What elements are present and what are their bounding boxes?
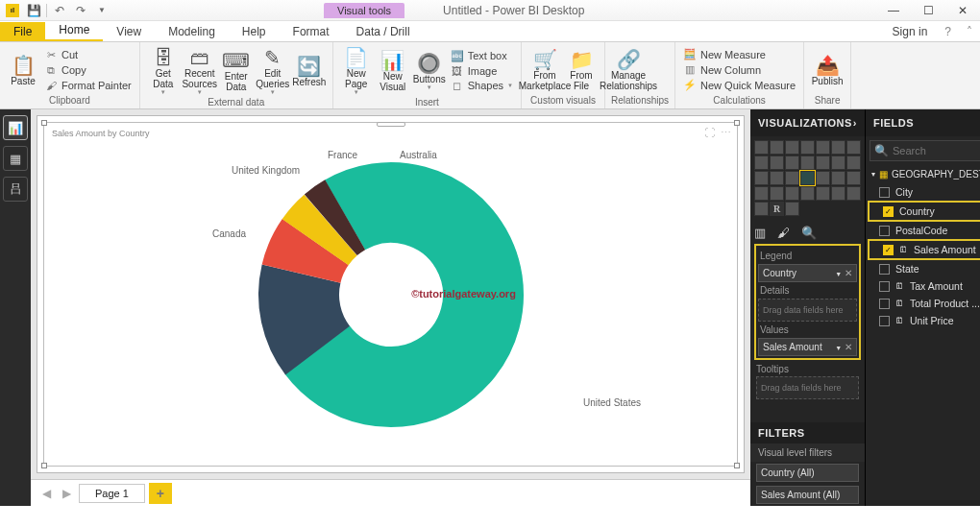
new-quick-measure-button[interactable]: ⚡New Quick Measure	[681, 78, 797, 92]
chevron-right-icon[interactable]: ›	[853, 117, 857, 129]
ribbon-group-relationships: 🔗ManageRelationships Relationships	[605, 42, 675, 108]
slice-label-ca: Canada	[212, 228, 246, 239]
minimize-button[interactable]: —	[876, 0, 911, 21]
shapes-button[interactable]: ◻Shapes▼	[449, 79, 515, 93]
ribbon: 📋Paste ✂Cut ⧉Copy 🖌Format Painter Clipbo…	[0, 42, 980, 109]
data-view-button[interactable]: ▦	[3, 146, 28, 171]
donut-chart-visual[interactable]: Sales Amount by Country ⛶ ⋯	[43, 122, 738, 467]
fields-header[interactable]: FIELDS›	[866, 109, 980, 136]
r-visual-gallery-icon[interactable]: R	[770, 202, 784, 216]
help-tab[interactable]: Help	[229, 22, 280, 41]
field-city[interactable]: City	[866, 183, 980, 201]
tooltips-well-label: Tooltips	[756, 364, 859, 374]
slice-label-au: Australia	[400, 150, 437, 160]
fields-tab-icon[interactable]: ▥	[754, 226, 766, 240]
canvas-wrap: Sales Amount by Country ⛶ ⋯	[31, 109, 750, 506]
report-canvas[interactable]: Sales Amount by Country ⛶ ⋯	[37, 115, 745, 473]
redo-icon[interactable]: ↷	[70, 1, 91, 20]
page-next-icon[interactable]: ▶	[59, 487, 75, 500]
visualizations-pane: VISUALIZATIONS› R ▥ 🖌 🔍 Legend Country▼ …	[750, 109, 866, 506]
filter-country[interactable]: Country (All)	[756, 464, 859, 482]
format-tab-icon[interactable]: 🖌	[777, 226, 790, 240]
search-icon: 🔍	[874, 144, 889, 157]
collapse-ribbon-icon[interactable]: ˄	[959, 22, 980, 41]
ribbon-tabs: File Home View Modeling Help Format Data…	[0, 21, 980, 42]
visualizations-header[interactable]: VISUALIZATIONS›	[750, 109, 865, 136]
field-unit-price[interactable]: 🗓Unit Price	[866, 312, 980, 329]
ribbon-group-label: Custom visuals	[527, 95, 599, 107]
new-measure-button[interactable]: 🧮New Measure	[681, 47, 797, 61]
copy-button[interactable]: ⧉Copy	[42, 63, 134, 78]
view-tab[interactable]: View	[103, 22, 155, 41]
field-country[interactable]: ✓Country	[868, 201, 980, 222]
legend-well-label: Legend	[758, 248, 857, 264]
remove-field-icon[interactable]: ✕	[845, 342, 852, 352]
help-icon[interactable]: ?	[937, 22, 959, 41]
edit-queries-button[interactable]: ✎EditQueries▼	[256, 44, 290, 97]
page-tab-1[interactable]: Page 1	[79, 484, 145, 503]
publish-button[interactable]: 📤Publish	[810, 52, 845, 88]
qat-dropdown-icon[interactable]: ▼	[91, 1, 112, 20]
view-strip: 📊 ▦ 吕	[0, 109, 31, 506]
tooltips-well-dropzone[interactable]: Drag data fields here	[756, 376, 859, 399]
fields-pane: FIELDS› 🔍 ▾ ▦ GEOGRAPHY_DESTI... City ✓C…	[866, 109, 980, 506]
format-tab[interactable]: Format	[280, 22, 343, 41]
filters-header[interactable]: FILTERS	[750, 422, 865, 443]
buttons-button[interactable]: 🔘Buttons▼	[412, 50, 447, 92]
new-page-button[interactable]: 📄NewPage▼	[339, 44, 374, 97]
cut-button[interactable]: ✂Cut	[42, 48, 134, 62]
field-state[interactable]: State	[866, 260, 980, 277]
work-area: 📊 ▦ 吕 Sales Amount by Country ⛶ ⋯	[0, 109, 980, 506]
visualization-gallery[interactable]: R	[750, 136, 865, 220]
filter-sales-amount[interactable]: Sales Amount (All)	[756, 486, 859, 504]
slice-label-uk: United Kingdom	[232, 165, 300, 176]
ribbon-group-insert: 📄NewPage▼ 📊NewVisual 🔘Buttons▼ 🔤Text box…	[333, 42, 522, 108]
expand-table-icon[interactable]: ▾	[871, 170, 875, 179]
field-total-product[interactable]: 🗓Total Product ...	[866, 295, 980, 312]
maximize-button[interactable]: ☐	[911, 0, 945, 21]
image-button[interactable]: 🖼Image	[449, 64, 515, 78]
right-panes: VISUALIZATIONS› R ▥ 🖌 🔍 Legend Country▼ …	[750, 109, 980, 506]
details-well-dropzone[interactable]: Drag data fields here	[758, 299, 857, 322]
from-marketplace-button[interactable]: 🛒FromMarketplace	[527, 46, 562, 93]
ribbon-group-label: Share	[810, 95, 845, 107]
report-view-button[interactable]: 📊	[3, 115, 28, 140]
model-view-button[interactable]: 吕	[3, 177, 28, 202]
field-tax-amount[interactable]: 🗓Tax Amount	[866, 277, 980, 295]
fields-search-input[interactable]	[893, 145, 969, 156]
get-data-button[interactable]: 🗄GetData▼	[146, 44, 181, 97]
fields-search[interactable]: 🔍	[870, 140, 980, 161]
ribbon-group-label: External data	[146, 97, 327, 108]
page-prev-icon[interactable]: ◀	[38, 487, 55, 500]
from-file-button[interactable]: 📁FromFile	[564, 46, 599, 93]
table-header[interactable]: ▾ ▦ GEOGRAPHY_DESTI...	[866, 165, 980, 183]
enter-data-button[interactable]: ⌨EnterData	[219, 47, 254, 94]
file-tab[interactable]: File	[0, 22, 45, 41]
recent-sources-button[interactable]: 🗃RecentSources▼	[183, 44, 217, 97]
analytics-tab-icon[interactable]: 🔍	[801, 226, 817, 240]
field-postalcode[interactable]: PostalCode	[866, 222, 980, 239]
close-button[interactable]: ✕	[945, 0, 980, 21]
donut-chart-gallery-icon[interactable]	[800, 171, 815, 185]
save-icon[interactable]: 💾	[23, 1, 44, 20]
undo-icon[interactable]: ↶	[49, 1, 70, 20]
paste-button[interactable]: 📋Paste	[6, 52, 40, 88]
modeling-tab[interactable]: Modeling	[155, 22, 229, 41]
add-page-button[interactable]: +	[149, 483, 172, 504]
new-column-button[interactable]: ▥New Column	[681, 62, 797, 77]
donut-chart	[44, 123, 737, 466]
values-well-value[interactable]: Sales Amount▼ ✕	[758, 338, 857, 356]
refresh-button[interactable]: 🔄Refresh	[292, 53, 327, 89]
legend-well-value[interactable]: Country▼ ✕	[758, 264, 857, 282]
title-bar: ıl 💾 ↶ ↷ ▼ Visual tools Untitled - Power…	[0, 0, 980, 21]
new-visual-button[interactable]: 📊NewVisual	[376, 47, 410, 94]
format-painter-button[interactable]: 🖌Format Painter	[42, 79, 134, 92]
datadrill-tab[interactable]: Data / Drill	[343, 22, 424, 41]
manage-relationships-button[interactable]: 🔗ManageRelationships	[611, 46, 646, 93]
textbox-button[interactable]: 🔤Text box	[449, 49, 515, 63]
signin-link[interactable]: Sign in	[883, 22, 938, 41]
remove-field-icon[interactable]: ✕	[845, 268, 852, 278]
field-sales-amount[interactable]: ✓🗓Sales Amount	[868, 239, 980, 260]
home-tab[interactable]: Home	[45, 20, 103, 41]
ribbon-group-custom-visuals: 🛒FromMarketplace 📁FromFile Custom visual…	[522, 42, 605, 108]
